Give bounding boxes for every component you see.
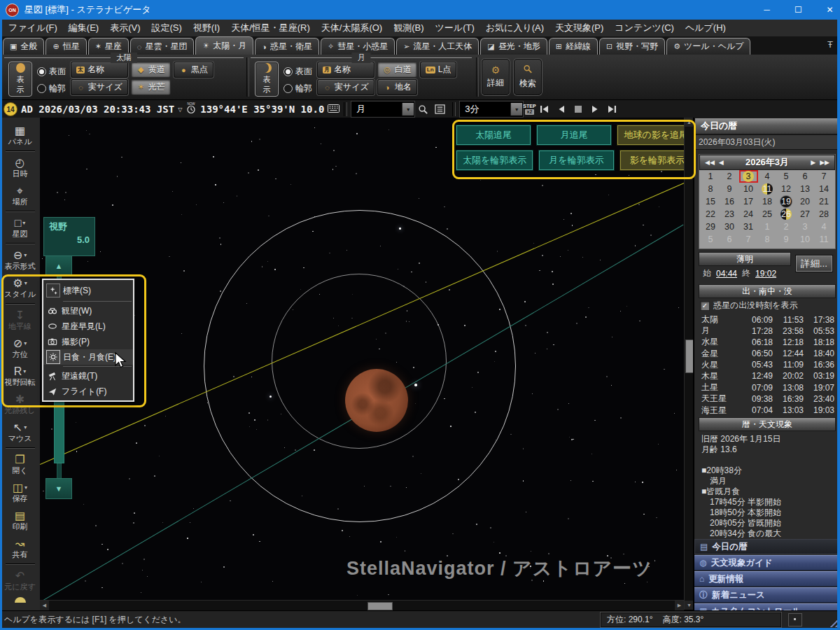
calendar-day-27[interactable]: 27 bbox=[796, 208, 815, 220]
calendar-day-1[interactable]: 1 bbox=[758, 220, 777, 233]
calendar-day-30[interactable]: 30 bbox=[720, 220, 739, 233]
calendar-day-5[interactable]: 5 bbox=[777, 170, 796, 183]
menubar-item[interactable]: お気に入り(A) bbox=[480, 22, 550, 34]
calendar-day-11[interactable]: 11 bbox=[815, 233, 834, 246]
zoom-in-button[interactable]: ▲ bbox=[46, 255, 72, 276]
calendar-day-3[interactable]: 3 bbox=[739, 170, 758, 183]
sidebar-item-マウス[interactable]: ↖▾マウス bbox=[0, 418, 40, 446]
sidebar-item-星図[interactable]: □▾星図 bbox=[0, 214, 40, 241]
calendar-day-3[interactable]: 3 bbox=[796, 220, 815, 233]
moon-age-badge[interactable]: 14 bbox=[4, 102, 18, 116]
tab-ツール・ヘルプ[interactable]: ⚙ツール・ヘルプ bbox=[666, 38, 750, 55]
calendar-day-16[interactable]: 16 bbox=[720, 195, 739, 208]
calendar-day-19[interactable]: 19 bbox=[777, 195, 796, 208]
play-forward-icon[interactable] bbox=[587, 103, 603, 115]
skip-end-icon[interactable] bbox=[603, 103, 620, 115]
menubar-item[interactable]: 設定(S) bbox=[146, 22, 188, 34]
menubar-item[interactable]: 編集(E) bbox=[63, 22, 104, 34]
calendar-day-25[interactable]: 25 bbox=[758, 208, 777, 220]
fov-indicator[interactable]: 視野 5.0 bbox=[43, 217, 95, 256]
prev-month-icon[interactable]: ◀ bbox=[717, 159, 726, 166]
ribbon-button-名称[interactable]: 太名称 bbox=[71, 62, 128, 78]
menubar-item[interactable]: 天体/太陽系(O) bbox=[316, 22, 388, 34]
vertical-scrollbar[interactable]: ▲ ▼ bbox=[684, 118, 694, 610]
title-bar[interactable]: ON 星図 [標準] - ステラナビゲータ ─ ☐ ✕ bbox=[0, 0, 840, 20]
calendar-day-1[interactable]: 1 bbox=[701, 170, 720, 183]
horizontal-scrollbar[interactable]: ◀ ▶ bbox=[40, 600, 684, 610]
tab-流星・人工天体[interactable]: ➢流星・人工天体 bbox=[396, 38, 479, 55]
sun-show-button[interactable]: 表示 bbox=[8, 62, 32, 97]
calendar-day-6[interactable]: 6 bbox=[796, 170, 815, 183]
datetime-display[interactable]: AD 2026/03/03 20:33:43 JST bbox=[21, 104, 174, 115]
ribbon-button-黒点[interactable]: ●黒点 bbox=[174, 62, 214, 78]
skip-start-icon[interactable] bbox=[536, 103, 553, 115]
moon-surface-radio[interactable]: 表面 bbox=[284, 66, 312, 78]
object-search-icon[interactable] bbox=[414, 103, 431, 115]
tab-星雲・星団[interactable]: ◌星雲・星団 bbox=[130, 38, 195, 55]
scroll-right-icon[interactable]: ▶ bbox=[675, 601, 684, 610]
menu-item-観望(W)[interactable]: 観望(W) bbox=[43, 303, 133, 318]
eclipsed-moon[interactable] bbox=[345, 369, 408, 432]
ribbon-button-L点[interactable]: LnL点 bbox=[420, 62, 456, 78]
calendar-day-29[interactable]: 29 bbox=[701, 220, 720, 233]
menu-item-標準(S)[interactable]: 標準(S) bbox=[43, 281, 133, 300]
location-display[interactable]: 139°44'E 35°39'N 10.0 bbox=[200, 104, 324, 115]
calendar-day-14[interactable]: 14 bbox=[815, 183, 834, 195]
play-backward-icon[interactable] bbox=[553, 103, 570, 115]
menubar-item[interactable]: 天文現象(P) bbox=[550, 22, 609, 34]
dropdown-arrow-icon[interactable]: ▼ bbox=[510, 103, 522, 115]
checkbox-icon[interactable]: ✓ bbox=[700, 301, 710, 311]
calendar-day-12[interactable]: 12 bbox=[777, 183, 796, 195]
calendar-day-9[interactable]: 9 bbox=[720, 183, 739, 195]
calendar-day-20[interactable]: 20 bbox=[796, 195, 815, 208]
sun-surface-radio[interactable]: 表面 bbox=[37, 66, 66, 78]
calendar-day-8[interactable]: 8 bbox=[758, 233, 777, 246]
calendar-day-24[interactable]: 24 bbox=[739, 208, 758, 220]
tab-太陽・月[interactable]: ☀太陽・月 bbox=[195, 36, 253, 55]
now-clock-icon[interactable]: NOW bbox=[186, 102, 197, 117]
stop-icon[interactable] bbox=[570, 103, 587, 115]
twilight-detail-button[interactable]: 詳細... bbox=[795, 255, 833, 272]
calendar-day-15[interactable]: 15 bbox=[701, 195, 720, 208]
tab-全般[interactable]: ▣全般 bbox=[3, 38, 44, 55]
close-button[interactable]: ✕ bbox=[814, 0, 840, 20]
tab-経緯線[interactable]: ⊞経緯線 bbox=[549, 38, 598, 55]
calendar-day-7[interactable]: 7 bbox=[815, 170, 834, 183]
ribbon-button-地名[interactable]: ◑地名 bbox=[377, 79, 417, 95]
menubar-item[interactable]: 表示(V) bbox=[104, 22, 146, 34]
calendar-day-26[interactable]: 26 bbox=[777, 208, 796, 220]
sidebar-item-表示形式[interactable]: ⊖▾表示形式 bbox=[0, 246, 40, 274]
step-multiplier-button[interactable]: STEP x2 bbox=[523, 104, 536, 114]
accordion-item-更新情報[interactable]: ⌂更新情報 bbox=[694, 571, 839, 587]
dropdown-arrow-icon[interactable]: ▼ bbox=[402, 103, 414, 115]
scroll-left-icon[interactable]: ◀ bbox=[40, 601, 49, 610]
calendar-day-21[interactable]: 21 bbox=[815, 195, 834, 208]
tab-惑星・衛星[interactable]: ◑惑星・衛星 bbox=[255, 38, 319, 55]
menu-item-望遠鏡(T)[interactable]: 望遠鏡(T) bbox=[43, 368, 133, 384]
ribbon-button-実サイズ[interactable]: ◌実サイズ bbox=[71, 79, 128, 95]
ribbon-button-黄道[interactable]: ◆黄道 bbox=[131, 62, 171, 78]
menubar-item[interactable]: ツール(T) bbox=[430, 22, 480, 34]
calendar-day-2[interactable]: 2 bbox=[777, 220, 796, 233]
menubar-item[interactable]: 天体/恒星・星座(R) bbox=[225, 22, 316, 34]
next-month-icon[interactable]: ▶ bbox=[808, 159, 818, 166]
ribbon-button-実サイズ[interactable]: ◌実サイズ bbox=[317, 79, 374, 95]
sun-outline-radio[interactable]: 輪郭 bbox=[37, 83, 66, 94]
tab-恒星[interactable]: ⊕恒星 bbox=[46, 38, 86, 55]
search-button[interactable]: 検索 bbox=[514, 59, 542, 95]
target-object-select[interactable]: 月 ▼ bbox=[351, 102, 414, 117]
prev-year-icon[interactable]: ◀◀ bbox=[703, 159, 717, 166]
sidebar-item-開く[interactable]: ❐開く bbox=[0, 450, 40, 478]
accordion-item-新着ニュース[interactable]: ⓘ新着ニュース bbox=[694, 587, 839, 603]
calendar-day-4[interactable]: 4 bbox=[758, 170, 777, 183]
target-mark-icon[interactable] bbox=[788, 613, 802, 626]
calendar-day-5[interactable]: 5 bbox=[701, 233, 720, 246]
calendar-day-10[interactable]: 10 bbox=[739, 183, 758, 195]
menu-item-撮影(P)[interactable]: 撮影(P) bbox=[43, 334, 133, 349]
menubar-item[interactable]: 視野(I) bbox=[188, 22, 225, 34]
menubar-item[interactable]: 観測(B) bbox=[388, 22, 429, 34]
accordion-item-天文現象ガイド[interactable]: ◍天文現象ガイド bbox=[694, 555, 839, 570]
sidebar-item-印刷[interactable]: ▤印刷 bbox=[0, 506, 40, 534]
calendar-day-11[interactable]: 11 bbox=[758, 183, 777, 195]
calendar-day-8[interactable]: 8 bbox=[701, 183, 720, 195]
